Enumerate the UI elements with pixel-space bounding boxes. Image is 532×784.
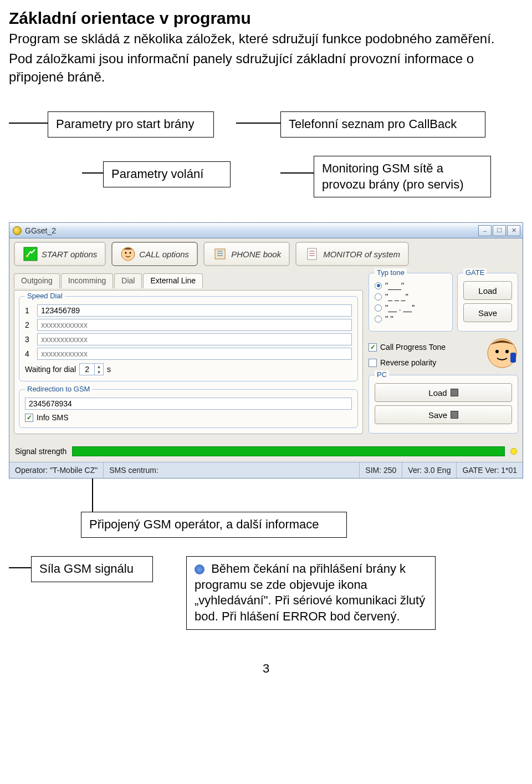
disk-icon [451, 411, 458, 419]
radio-button[interactable] [375, 293, 382, 301]
gate-load-button[interactable]: Load [463, 281, 512, 300]
speed-dial-input-3[interactable] [37, 333, 352, 345]
call-progress-label: Call Progress Tone [380, 343, 446, 352]
connector [9, 123, 48, 124]
connector [280, 172, 314, 174]
speed-idx-2: 2 [25, 320, 33, 329]
subtab-incomming[interactable]: Incomming [61, 273, 113, 288]
svg-rect-16 [510, 353, 516, 363]
typ-tone-group: Typ tone ''___'' ''_ _ _'' ''__ . __'' [369, 273, 453, 332]
statusbar-ver: Ver: 3.0 Eng [402, 462, 457, 478]
connector [9, 567, 31, 568]
typ-tone-option[interactable]: ''__ . __'' [375, 303, 447, 312]
redirection-number-input[interactable] [25, 398, 352, 410]
pc-load-button[interactable]: Load [375, 383, 512, 402]
signal-label: Signal strength [15, 447, 66, 456]
waiting-value[interactable] [80, 364, 94, 374]
callout-waiting-box: Během čekání na přihlášení brány k progr… [186, 556, 436, 629]
svg-rect-9 [308, 248, 316, 259]
info-sms-row[interactable]: ✓ Info SMS [25, 413, 352, 422]
subtab-dial[interactable]: Dial [114, 273, 142, 288]
call-progress-row[interactable]: ✓ Call Progress Tone [369, 343, 446, 352]
content-area: Outgoing Incomming Dial External Line Sp… [9, 269, 523, 441]
operator-label: Operator: [15, 466, 48, 475]
reverse-polarity-checkbox[interactable]: ✓ [369, 359, 377, 367]
typ-tone-legend: Typ tone [375, 268, 407, 277]
monitor-tab[interactable]: MONITOR of system [295, 242, 409, 266]
pc-save-button[interactable]: Save [375, 405, 512, 424]
toolbar-call-label: CALL options [139, 250, 189, 259]
operator-value: "T-Mobile CZ" [50, 466, 98, 475]
connector [82, 172, 103, 174]
speed-dial-input-4[interactable] [37, 348, 352, 360]
typ-tone-option[interactable]: '' '' [375, 314, 447, 323]
speed-dial-row: 3 [25, 333, 352, 345]
callout-call-params-label: Parametry volání [111, 167, 203, 181]
statusbar-operator: Operator: "T-Mobile CZ" [9, 462, 104, 478]
left-pane: Outgoing Incomming Dial External Line Sp… [14, 273, 363, 434]
gate-save-button[interactable]: Save [463, 303, 512, 322]
pc-group: PC Load Save [369, 375, 518, 434]
svg-point-15 [505, 350, 509, 353]
callout-signal-label: Síla GSM signálu [39, 562, 134, 576]
info-sms-checkbox[interactable]: ✓ [25, 414, 33, 422]
statusbar: Operator: "T-Mobile CZ" SMS centrum: SIM… [9, 462, 523, 478]
page-number: 3 [9, 661, 523, 676]
reverse-polarity-row[interactable]: ✓ Reverse polarity [369, 358, 446, 367]
close-button[interactable]: ✕ [507, 225, 520, 236]
face-icon [120, 246, 136, 262]
external-line-panel: Speed Dial 1 2 3 4 [14, 290, 363, 434]
redirection-legend: Redirection to GSM [25, 385, 92, 393]
disk-icon [451, 389, 458, 396]
redirection-group: Redirection to GSM ✓ Info SMS [19, 389, 358, 428]
signal-bar [72, 446, 505, 456]
toolbar-monitor-label: MONITOR of system [323, 250, 400, 259]
speed-dial-input-1[interactable] [37, 304, 352, 317]
app-icon [13, 226, 22, 235]
typ-tone-option[interactable]: ''_ _ _'' [375, 292, 447, 301]
titlebar: GGset_2 – ☐ ✕ [9, 223, 523, 238]
book-icon [212, 246, 228, 262]
subtab-external-line[interactable]: External Line [143, 273, 203, 288]
speed-dial-legend: Speed Dial [25, 292, 65, 300]
speed-dial-input-2[interactable] [37, 319, 352, 331]
typ-tone-option[interactable]: ''___'' [375, 281, 447, 290]
phone-book-tab[interactable]: PHONE book [203, 242, 290, 266]
radio-button[interactable] [375, 304, 382, 312]
callout-start-params-box: Parametry pro start brány [48, 111, 214, 138]
app-window: GGset_2 – ☐ ✕ START options CALL options… [9, 222, 523, 478]
radio-button[interactable] [375, 282, 382, 289]
start-options-tab[interactable]: START options [14, 242, 106, 266]
right-pane: Typ tone ''___'' ''_ _ _'' ''__ . __'' [369, 273, 518, 434]
svg-point-3 [125, 252, 127, 254]
search-icon [195, 564, 204, 574]
gate-group: GATE Load Save [457, 273, 518, 332]
subtab-bar: Outgoing Incomming Dial External Line [14, 273, 363, 288]
spinner-up-icon[interactable]: ▲ [94, 364, 103, 369]
callout-signal-box: Síla GSM signálu [31, 556, 153, 582]
signal-row: Signal strength [9, 441, 523, 462]
hand-icon [23, 246, 38, 262]
call-options-tab[interactable]: CALL options [111, 242, 198, 266]
call-progress-checkbox[interactable]: ✓ [369, 343, 377, 352]
window-title: GGset_2 [25, 226, 56, 235]
svg-point-4 [130, 252, 131, 254]
radio-button[interactable] [375, 315, 382, 323]
svg-rect-0 [24, 247, 37, 261]
callout-operator-label: Připojený GSM operátor, a další informac… [89, 517, 319, 531]
main-toolbar: START options CALL options PHONE book MO… [9, 238, 523, 269]
face-art-icon [486, 337, 518, 369]
speed-dial-row: 4 [25, 348, 352, 360]
waiting-spinner[interactable]: ▲ ▼ [79, 363, 104, 375]
spinner-down-icon[interactable]: ▼ [94, 369, 103, 375]
maximize-button[interactable]: ☐ [493, 225, 506, 236]
subtab-outgoing[interactable]: Outgoing [14, 273, 60, 288]
statusbar-gate-ver: GATE Ver: 1*01 [457, 462, 523, 478]
callout-call-params-box: Parametry volání [103, 161, 231, 187]
intro-paragraph-2: Pod záložkami jsou informační panely sdr… [9, 50, 523, 86]
connector [236, 123, 280, 124]
intro-paragraph-1: Program se skládá z několika záložek, kt… [9, 30, 523, 48]
gate-legend: GATE [463, 268, 487, 277]
minimize-button[interactable]: – [478, 225, 492, 236]
pc-legend: PC [375, 370, 389, 379]
